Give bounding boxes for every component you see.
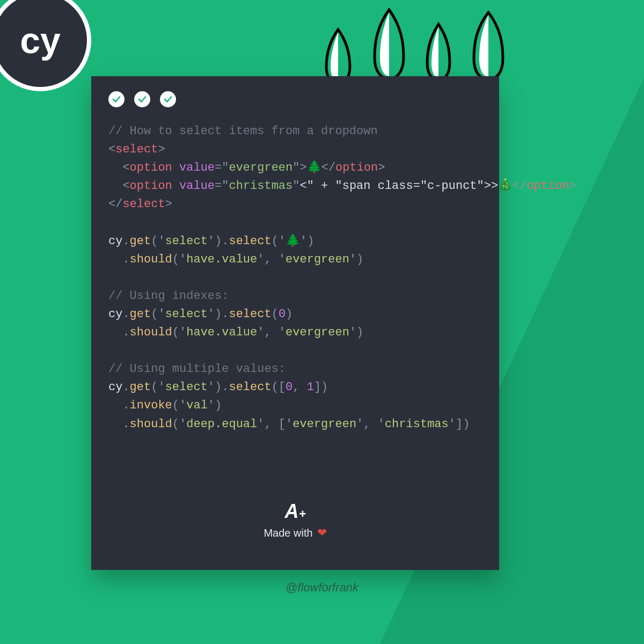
made-with-label: Made with ❤ <box>264 526 326 540</box>
brand-plus: + <box>299 507 306 521</box>
code-comment: // Using multiple values: <box>108 362 286 376</box>
brand-a: A <box>285 500 298 523</box>
check-icon <box>160 91 176 107</box>
footer-brand: A+ Made with ❤ <box>91 500 499 540</box>
author-handle: @flowforfrank <box>0 581 644 595</box>
code-card: // How to select items from a dropdown <… <box>91 76 499 570</box>
code-comment: // How to select items from a dropdown <box>108 125 378 138</box>
check-icon <box>134 91 150 107</box>
check-row <box>108 91 482 107</box>
code-comment: // Using indexes: <box>108 289 229 303</box>
code-block: // How to select items from a dropdown <… <box>108 122 482 434</box>
check-icon <box>108 91 125 107</box>
brand-logo: A+ <box>285 500 306 523</box>
heart-icon: ❤ <box>317 526 327 540</box>
cypress-logo-text: cy <box>20 19 61 61</box>
